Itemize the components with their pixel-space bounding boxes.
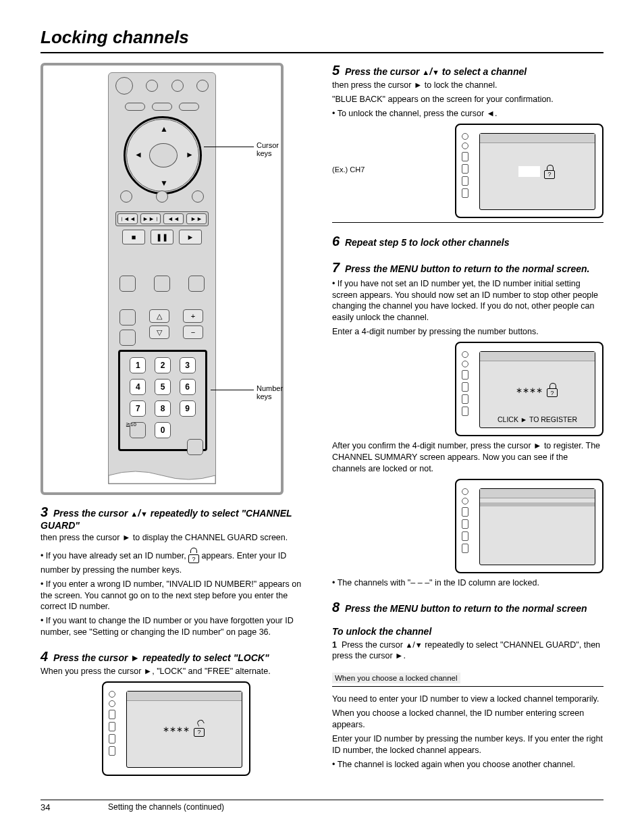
view-locked-heading: When you choose a locked channel — [332, 673, 460, 683]
cursor-keys-label: Cursor keys — [257, 141, 281, 157]
minus-icon: − — [183, 325, 203, 339]
channel-updown: △ ▽ — [149, 309, 169, 339]
step7-b: Enter a 4-digit number by pressing the n… — [332, 326, 603, 338]
step5-line2: To unlock the channel, press the cursor … — [338, 109, 498, 118]
step3-note-c: If you want to change the ID number or y… — [41, 616, 294, 637]
step4-body: When you press the cursor ►, "LOCK" and … — [41, 666, 312, 677]
up-icon: △ — [149, 309, 169, 323]
key-8: 8 — [155, 400, 171, 417]
gte10-label: ≧10 — [126, 421, 136, 427]
key-3: 3 — [180, 357, 196, 373]
round-button — [146, 80, 158, 92]
view-body1: You need to enter your ID number to view… — [332, 694, 603, 705]
square-button — [119, 309, 136, 325]
unlock-icon: ? — [194, 723, 206, 737]
lock-icon: ? — [544, 165, 556, 179]
cursor-pad: ▲ ▼ ◄ ► — [117, 116, 209, 194]
play-icon: ► — [179, 230, 202, 244]
volume-plus-minus: + − — [183, 309, 203, 339]
leader-line — [204, 147, 254, 147]
round-button — [120, 190, 132, 203]
key-9: 9 — [180, 400, 196, 417]
tv-screen-blueback: ? — [455, 124, 603, 218]
number-keys-label: Number keys — [257, 384, 283, 400]
down-icon: ▽ — [149, 325, 169, 339]
square-button — [187, 439, 203, 455]
ffwd-icon: ►► — [186, 213, 207, 224]
page-number: 34 — [41, 802, 50, 812]
step5-body: then press the cursor ► to lock the chan… — [332, 80, 603, 91]
heading-rule — [41, 52, 603, 53]
square-button — [119, 330, 136, 346]
screen1-label: (Ex.) CH7 — [332, 165, 455, 174]
torn-edge — [109, 463, 215, 484]
pill-button — [179, 103, 199, 111]
step7-a: If you have not set an ID number yet, th… — [332, 279, 598, 323]
click-register-label: CLICK ► TO REGISTER — [480, 415, 595, 423]
divider — [332, 686, 603, 687]
step6-heading: 6 6 Repeat step 5 to lock other channels… — [332, 234, 603, 249]
round-button — [192, 190, 204, 203]
number-keypad: 1 2 3 4 5 6 7 8 9 — [118, 350, 207, 451]
key-2: 2 — [155, 357, 171, 373]
key-7: 7 — [130, 400, 146, 417]
tv-screen-lock-free: ∗∗∗∗ ? — [102, 681, 250, 776]
round-button — [196, 80, 209, 92]
lock-icon: ? — [547, 383, 559, 397]
leader-line — [211, 390, 254, 390]
footer-text: Setting the channels (continued) — [108, 802, 224, 812]
view-body3: Enter your ID number by pressing the num… — [332, 733, 603, 756]
pill-button — [125, 103, 145, 111]
key-1: 1 — [130, 357, 146, 373]
tv-screen-summary — [455, 479, 603, 573]
rewind-icon: ◄◄ — [163, 213, 184, 224]
square-button — [188, 276, 205, 292]
tv-screen-id-entry: ∗∗∗∗ ? CLICK ► TO REGISTER — [455, 342, 603, 436]
unlock-heading: To unlock the channel — [332, 626, 603, 637]
plus-icon: + — [183, 309, 203, 323]
round-button — [171, 80, 184, 92]
skip-prev-icon: ।◄◄ — [117, 213, 138, 224]
pause-icon: ❚❚ — [151, 230, 173, 244]
step3-body: then press the cursor ► to display the C… — [41, 532, 312, 544]
page-heading: Locking channels — [41, 27, 603, 48]
divider — [332, 222, 603, 223]
key-6: 6 — [180, 379, 196, 395]
skip-next-icon: ►►। — [140, 213, 161, 224]
view-body2: When you choose a locked channel, the ID… — [332, 708, 603, 731]
step8-heading: 8 8 Press the MENU button to return to t… — [332, 600, 603, 615]
step5-line1: "BLUE BACK" appears on the screen for yo… — [332, 94, 603, 105]
step3-note-b: If you enter a wrong ID number, "INVALID… — [41, 579, 301, 612]
pill-button — [152, 103, 172, 111]
step7-d: The channels with "– – –" in the ID colu… — [338, 578, 539, 588]
stars: ∗∗∗∗ — [516, 386, 543, 395]
stars: ∗∗∗∗ — [163, 725, 190, 734]
step7-heading: 7 Press the MENU button to return to the… — [332, 260, 603, 276]
key-4: 4 — [130, 379, 146, 395]
step4-heading: 4 Press the cursor ► repeatedly to selec… — [41, 649, 312, 664]
square-button — [154, 276, 170, 292]
remote-illustration: ▲ ▼ ◄ ► ।◄◄ ►►। ◄◄ ►► — [41, 63, 284, 495]
step3-heading: 3 Press the cursor ▲/▼ repeatedly to sel… — [41, 504, 312, 531]
power-button — [115, 77, 133, 95]
stop-icon: ■ — [122, 230, 145, 244]
square-button — [119, 276, 136, 292]
key-0: 0 — [155, 422, 171, 438]
transport-row-2: ■ ❚❚ ► — [118, 230, 206, 244]
transport-row: ।◄◄ ►►। ◄◄ ►► — [115, 211, 209, 226]
round-button — [156, 190, 168, 203]
view-body4: The channel is locked again when you cho… — [338, 760, 575, 769]
footer-rule — [41, 800, 603, 800]
key-5: 5 — [155, 379, 171, 395]
step5-heading: 5 Press the cursor ▲/▼ to select a chann… — [332, 63, 603, 78]
step7-c: After you confirm the 4-digit number, pr… — [332, 440, 603, 475]
step3-note-a: If you have already set an ID number, — [46, 551, 188, 561]
